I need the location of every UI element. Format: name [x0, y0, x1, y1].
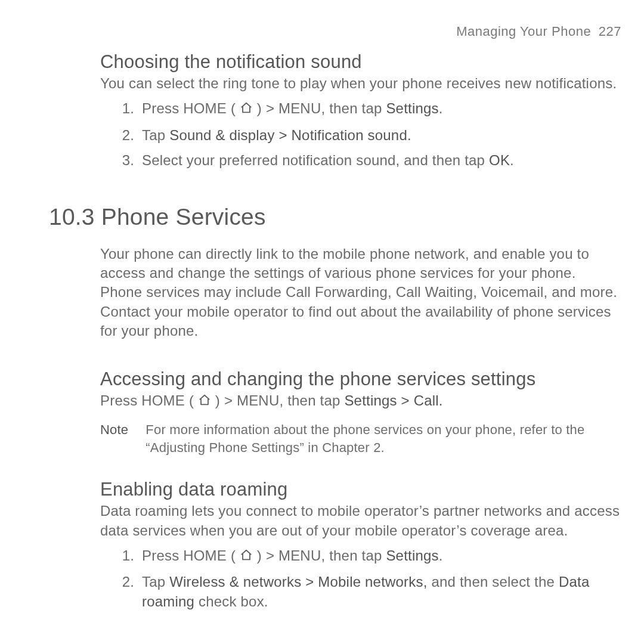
paragraph: Press HOME ( ) > MENU, then tap Settings…: [100, 391, 621, 411]
step-1: Press HOME ( ) > MENU, then tap Settings…: [138, 546, 621, 566]
step-2: Tap Sound & display > Notification sound…: [138, 126, 621, 145]
home-icon: [240, 100, 253, 119]
home-icon: [240, 547, 253, 566]
running-section: Managing Your Phone: [456, 24, 591, 39]
note: Note For more information about the phon…: [100, 421, 621, 456]
step-1: Press HOME ( ) > MENU, then tap Settings…: [138, 99, 621, 119]
steps-list: Press HOME ( ) > MENU, then tap Settings…: [114, 546, 621, 611]
heading-enabling-roaming: Enabling data roaming: [100, 479, 621, 500]
paragraph: You can select the ring tone to play whe…: [100, 74, 621, 93]
home-icon: [198, 392, 211, 411]
page-number: 227: [599, 24, 621, 39]
paragraph: Data roaming lets you connect to mobile …: [100, 501, 621, 540]
heading-accessing-settings: Accessing and changing the phone service…: [100, 369, 621, 390]
step-3: Select your preferred notification sound…: [138, 151, 621, 170]
steps-list: Press HOME ( ) > MENU, then tap Settings…: [114, 99, 621, 170]
running-header: Managing Your Phone 227: [49, 24, 621, 39]
step-2: Tap Wireless & networks > Mobile network…: [138, 572, 621, 611]
note-text: For more information about the phone ser…: [145, 421, 619, 456]
note-label: Note: [100, 421, 142, 439]
page: Managing Your Phone 227 Choosing the not…: [0, 0, 644, 644]
paragraph: Your phone can directly link to the mobi…: [100, 244, 621, 341]
heading-choose-notification-sound: Choosing the notification sound: [100, 51, 621, 73]
heading-phone-services: 10.3 Phone Services: [49, 204, 621, 230]
